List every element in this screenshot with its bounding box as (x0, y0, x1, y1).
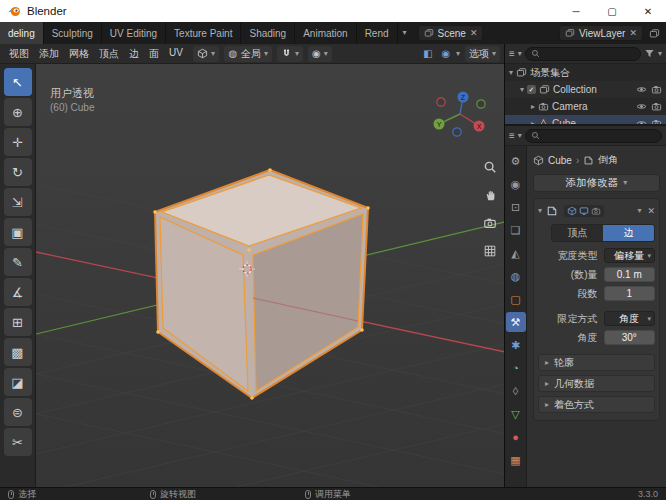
workspace-tab[interactable]: Animation (295, 22, 356, 44)
properties-tab-scene[interactable]: ◭ (506, 243, 526, 263)
view-layer-unlink-icon[interactable]: ✕ (629, 29, 637, 38)
show-gizmo-toggle-icon[interactable]: ◧ (420, 46, 436, 62)
realtime-display-toggle-icon[interactable] (579, 206, 589, 216)
gizmo-x-neg[interactable] (437, 98, 445, 106)
editor-type-caret-icon[interactable]: ▾ (518, 132, 522, 140)
new-layer-icon[interactable] (649, 28, 660, 39)
properties-tab-object[interactable]: ▢ (506, 289, 526, 309)
outliner-row-cube[interactable]: ▸ Cube (505, 115, 666, 124)
snap-toggle[interactable]: ▾ (277, 46, 303, 62)
properties-tab-render[interactable]: ◉ (506, 174, 526, 194)
properties-tab-texture[interactable]: ▦ (506, 450, 526, 470)
gizmo-y-neg[interactable] (477, 100, 485, 108)
hide-eye-icon[interactable] (636, 101, 647, 112)
properties-tab-particles[interactable]: ✱ (506, 335, 526, 355)
field-value[interactable]: 角度 ▾ (604, 311, 655, 326)
collection-checkbox[interactable]: ✓ (527, 85, 536, 94)
properties-editor-icon[interactable]: ≡ (509, 130, 515, 141)
viewport-menu[interactable]: 面 (144, 47, 164, 61)
filter-caret-icon[interactable]: ▾ (658, 50, 662, 58)
breadcrumb-modifier[interactable]: 倒角 (598, 153, 618, 167)
viewport-menu[interactable]: 网格 (64, 47, 94, 61)
workspace-tab[interactable]: Texture Paint (166, 22, 241, 44)
properties-tab-world[interactable]: ◍ (506, 266, 526, 286)
viewport-menu[interactable]: 顶点 (94, 47, 124, 61)
transform-orientation-selector[interactable]: ◍ 全局 ▾ (224, 46, 272, 62)
delete-modifier-icon[interactable]: ✕ (647, 207, 655, 216)
tool-button-move[interactable]: ✛ (4, 128, 32, 156)
maximize-button[interactable]: ▢ (594, 0, 630, 22)
properties-tab-material[interactable]: ● (506, 427, 526, 447)
editmode-display-toggle-icon[interactable] (567, 206, 577, 216)
view-layer-selector[interactable]: ViewLayer ✕ (559, 25, 643, 41)
modifier-extras-icon[interactable]: ▾ (637, 207, 641, 215)
outliner-row-collection[interactable]: ▾ ✓ Collection (505, 81, 666, 98)
tool-button-annotate[interactable]: ✎ (4, 248, 32, 276)
panel-expand-icon[interactable]: ▾ (538, 207, 542, 215)
field-value[interactable]: 30° ▾ (604, 330, 655, 345)
hide-eye-icon[interactable] (636, 84, 647, 95)
properties-tab-output[interactable]: ⊡ (506, 197, 526, 217)
expand-icon[interactable]: ▸ (531, 120, 535, 125)
scene-selector[interactable]: Scene ✕ (418, 25, 484, 41)
tool-button-inset-faces[interactable]: ▩ (4, 338, 32, 366)
viewport-menu[interactable]: 边 (124, 47, 144, 61)
tool-button-transform[interactable]: ▣ (4, 218, 32, 246)
disable-render-icon[interactable] (651, 101, 662, 112)
field-value[interactable]: 0.1 m ▾ (604, 267, 655, 282)
options-dropdown[interactable]: 选项 ▾ (465, 46, 500, 62)
properties-tab-physics[interactable]: ◔ (506, 358, 526, 378)
editor-type-caret-icon[interactable]: ▾ (518, 50, 522, 58)
disable-render-icon[interactable] (651, 84, 662, 95)
field-value[interactable]: 偏移量 ▾ (604, 248, 655, 263)
expand-icon[interactable]: ▾ (520, 86, 524, 94)
collapsed-subpanel[interactable]: ▸ 着色方式 (538, 396, 655, 413)
workspace-add-caret-icon[interactable]: ▾ (398, 29, 412, 37)
breadcrumb-object[interactable]: Cube (548, 155, 572, 166)
add-modifier-button[interactable]: 添加修改器 ▾ (533, 174, 660, 192)
outliner-row-scene-collection[interactable]: ▾ 场景集合 (505, 64, 666, 81)
mode-selector[interactable]: ▾ (193, 46, 219, 62)
workspace-tab[interactable]: deling (0, 22, 44, 44)
outliner-row-camera[interactable]: ▸ Camera (505, 98, 666, 115)
properties-tab-object-data[interactable]: ▽ (506, 404, 526, 424)
proportional-editing-toggle[interactable]: ◉ ▾ (308, 46, 332, 62)
field-value[interactable]: 1 ▾ (604, 286, 655, 301)
pan-hand-icon[interactable] (481, 186, 498, 203)
gizmo-z-neg[interactable] (453, 128, 461, 136)
properties-search-input[interactable] (525, 129, 662, 143)
render-display-toggle-icon[interactable] (591, 206, 601, 216)
properties-tab-view-layer[interactable]: ❏ (506, 220, 526, 240)
expand-icon[interactable]: ▾ (509, 69, 513, 77)
workspace-tab[interactable]: Sculpting (44, 22, 102, 44)
properties-tab-modifiers[interactable]: ⚒ (506, 312, 526, 332)
tool-button-select-box[interactable]: ↖ (4, 68, 32, 96)
affect-tab[interactable]: 边 (603, 225, 654, 241)
show-overlays-toggle-icon[interactable]: ◉ (438, 46, 454, 62)
outliner-editor-icon[interactable]: ≡ (509, 48, 515, 59)
workspace-tab[interactable]: Rend (357, 22, 398, 44)
scene-unlink-icon[interactable]: ✕ (470, 29, 478, 38)
filter-funnel-icon[interactable] (644, 48, 655, 59)
disable-render-icon[interactable] (651, 118, 662, 124)
workspace-tab[interactable]: Shading (241, 22, 295, 44)
ortho-grid-icon[interactable] (481, 242, 498, 259)
tool-button-measure[interactable]: ∡ (4, 278, 32, 306)
workspace-tab[interactable]: UV Editing (102, 22, 166, 44)
tool-button-extrude-region[interactable]: ⊞ (4, 308, 32, 336)
viewport-canvas[interactable]: Z X Y 用户透视 (60) Cube (36, 64, 504, 487)
camera-view-icon[interactable] (481, 214, 498, 231)
viewport-menu[interactable]: UV (164, 47, 188, 61)
affect-tab[interactable]: 顶点 (552, 225, 603, 241)
tool-button-scale[interactable]: ⇲ (4, 188, 32, 216)
viewport-menu[interactable]: 添加 (34, 47, 64, 61)
tool-button-rotate[interactable]: ↻ (4, 158, 32, 186)
outliner-search-input[interactable] (525, 47, 641, 61)
collapsed-subpanel[interactable]: ▸ 几何数据 (538, 375, 655, 392)
minimize-button[interactable]: ─ (558, 0, 594, 22)
overlays-caret-icon[interactable]: ▾ (456, 50, 460, 58)
tool-button-knife[interactable]: ✂ (4, 428, 32, 456)
zoom-icon[interactable] (481, 158, 498, 175)
collapsed-subpanel[interactable]: ▸ 轮廓 (538, 354, 655, 371)
tool-button-loop-cut[interactable]: ⊜ (4, 398, 32, 426)
